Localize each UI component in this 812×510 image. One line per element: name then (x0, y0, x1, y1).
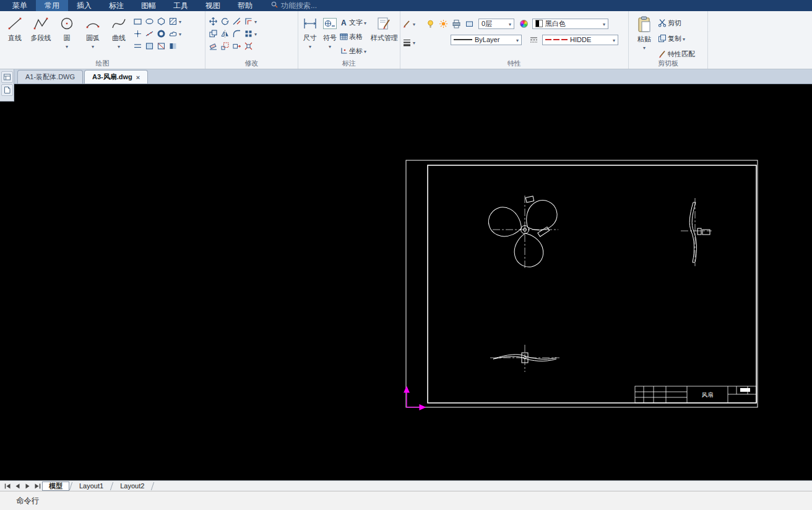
lineweight-dropdown-icon[interactable] (413, 39, 415, 46)
wipeout-button[interactable] (155, 40, 167, 52)
current-linetype-select[interactable]: HIDDE (542, 35, 618, 45)
menu-item-app[interactable]: 菜单 (4, 0, 36, 11)
line-button[interactable]: 直线 (2, 14, 28, 43)
hatch-button[interactable] (167, 15, 179, 27)
donut-button[interactable] (155, 28, 167, 40)
command-line-bar[interactable]: 命令行 (0, 491, 812, 510)
copy-button[interactable]: 复制 (658, 32, 695, 45)
color-value: 黑白色 (545, 19, 566, 28)
circle-button[interactable]: 圆 (54, 14, 80, 50)
copy-icon (658, 34, 667, 43)
doc-tab-assembly[interactable]: A1-装配体.DWG (17, 70, 83, 84)
paste-dropdown-icon[interactable] (643, 44, 646, 51)
layer-select[interactable]: 0层 (478, 19, 514, 29)
lineweight-button[interactable] (402, 36, 425, 48)
function-search[interactable]: 功能搜索... (271, 1, 317, 11)
point-button[interactable] (132, 28, 144, 40)
gradient-button[interactable] (167, 40, 179, 52)
rotate-button[interactable] (219, 15, 231, 27)
array-button[interactable] (243, 28, 254, 40)
cut-button[interactable]: 剪切 (658, 17, 695, 29)
trim-button[interactable] (231, 15, 243, 27)
layout-tab-layout1[interactable]: Layout1 (72, 482, 110, 491)
layout-tab-model[interactable]: 模型 (42, 482, 69, 491)
text-button[interactable]: A 文字 (340, 16, 371, 28)
modify-row1-dropdown-icon[interactable] (254, 17, 257, 25)
explode-button[interactable] (243, 40, 254, 52)
linetype-value: ByLayer (475, 36, 499, 43)
symbol-button[interactable]: 符号 (320, 14, 340, 50)
menu-tab-annotate[interactable]: 标注 (100, 0, 132, 11)
copy-dropdown-icon[interactable] (683, 35, 685, 42)
nav-next-icon[interactable] (22, 482, 32, 491)
layout-tab-layout2[interactable]: Layout2 (113, 482, 151, 491)
object-properties-dropdown-icon[interactable] (413, 20, 415, 27)
offset-button[interactable] (243, 15, 254, 27)
paste-button[interactable]: 粘贴 (631, 14, 658, 51)
properties-group-label: 特性 (400, 59, 628, 68)
modify-tools (207, 14, 257, 52)
menu-tab-tools[interactable]: 工具 (165, 0, 197, 11)
revision-cloud-button[interactable] (167, 28, 179, 40)
linetype-manager-icon[interactable] (528, 34, 540, 46)
polyline-button[interactable]: 多段线 (28, 14, 54, 43)
color-select-dropdown-icon (603, 20, 605, 27)
nav-last-icon[interactable] (32, 482, 42, 491)
symbol-dropdown-icon[interactable] (329, 43, 331, 50)
copy-object-button[interactable] (207, 28, 219, 40)
ellipse-button[interactable] (144, 15, 155, 27)
table-button[interactable]: 表格 (340, 30, 371, 43)
text-dropdown-icon[interactable] (364, 19, 366, 26)
layer-lock-box-icon[interactable] (464, 18, 475, 30)
scale-button[interactable] (219, 40, 231, 52)
fillet-button[interactable] (231, 28, 243, 40)
point-dropdown-icon[interactable] (179, 30, 181, 37)
layer-plot-printer-icon[interactable] (451, 18, 462, 30)
menu-tab-view[interactable]: 视图 (197, 0, 229, 11)
erase-button[interactable] (207, 40, 219, 52)
region-button[interactable] (144, 40, 155, 52)
dimension-dropdown-icon[interactable] (309, 43, 311, 50)
doc-tab-fan[interactable]: A3-风扇.dwg (84, 70, 148, 84)
polygon-button[interactable] (155, 15, 167, 27)
drawing-canvas[interactable]: 风扇 (0, 84, 812, 480)
coordinate-button[interactable]: 坐标 (340, 45, 371, 57)
linetype-select[interactable]: ByLayer (451, 35, 522, 45)
coordinate-dropdown-icon[interactable] (364, 48, 366, 54)
arc-dropdown-icon[interactable] (92, 43, 94, 50)
layer-thaw-sun-icon[interactable] (438, 18, 449, 30)
dimension-button[interactable]: 尺寸 (300, 14, 320, 50)
circle-dropdown-icon[interactable] (66, 43, 68, 50)
spline-button[interactable]: 曲线 (106, 14, 132, 50)
layout-tab-bar: 模型 Layout1 Layout2 (0, 480, 812, 491)
color-wheel-icon[interactable] (518, 18, 530, 30)
mirror-button[interactable] (219, 28, 231, 40)
nav-prev-icon[interactable] (12, 482, 22, 491)
divide-button[interactable] (144, 28, 155, 40)
stretch-button[interactable] (231, 40, 243, 52)
nav-first-icon[interactable] (2, 482, 12, 491)
menu-tab-help[interactable]: 帮助 (229, 0, 261, 11)
rectangle-dropdown-icon[interactable] (179, 17, 181, 25)
modify-row2-dropdown-icon[interactable] (254, 30, 257, 37)
style-manager-button[interactable]: 样式管理 (371, 14, 398, 43)
sheet-set-button[interactable] (1, 84, 13, 96)
multiline-button[interactable] (132, 40, 144, 52)
arc-button[interactable]: 圆弧 (80, 14, 106, 50)
rectangle-button[interactable] (132, 15, 144, 27)
spline-dropdown-icon[interactable] (118, 43, 120, 50)
object-properties-button[interactable] (402, 17, 425, 30)
panel-toggle-button[interactable] (1, 71, 13, 83)
match-properties-button[interactable]: 特性匹配 (658, 48, 695, 60)
draw-group-label: 绘图 (0, 59, 205, 68)
spline-label: 曲线 (112, 33, 126, 43)
color-select[interactable]: 黑白色 (532, 19, 608, 29)
move-button[interactable] (207, 15, 219, 27)
menu-tab-insert[interactable]: 插入 (68, 0, 100, 11)
properties-brush-icon (402, 19, 412, 28)
layer-on-bulb-icon[interactable] (425, 18, 436, 30)
menu-tab-home[interactable]: 常用 (36, 0, 68, 11)
menu-tab-drawing-frame[interactable]: 图幅 (132, 0, 165, 11)
annotate-small-tools: A 文字 表格 坐标 (340, 14, 371, 57)
tab-close-icon[interactable] (136, 74, 140, 81)
